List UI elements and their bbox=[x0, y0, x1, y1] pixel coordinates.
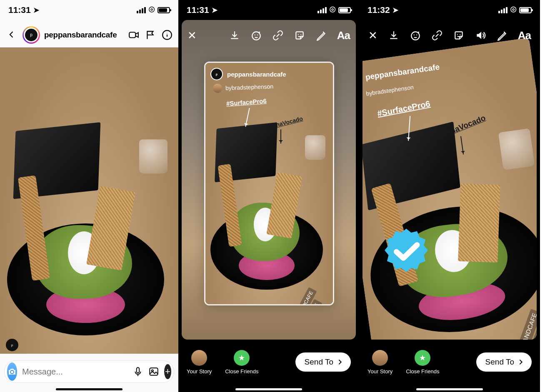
svg-point-14 bbox=[457, 34, 458, 35]
link-icon[interactable] bbox=[272, 30, 284, 41]
close-friends-button[interactable]: ★Close Friends bbox=[225, 350, 258, 375]
text-icon[interactable]: Aa bbox=[337, 29, 350, 42]
svg-point-15 bbox=[460, 34, 460, 35]
add-button[interactable]: + bbox=[164, 364, 171, 379]
info-icon[interactable] bbox=[161, 29, 173, 41]
message-input[interactable] bbox=[22, 367, 128, 377]
home-indicator[interactable] bbox=[416, 388, 483, 390]
svg-rect-0 bbox=[129, 32, 135, 37]
byline-avatar bbox=[213, 84, 222, 93]
message-composer: + bbox=[4, 360, 174, 383]
story-editor-card-screen: 11:31➤ ⦾ ppeppansbarandcafe bybradstephe… bbox=[178, 0, 359, 392]
your-story-button[interactable]: Your Story bbox=[187, 350, 212, 375]
sticker-icon[interactable] bbox=[453, 30, 465, 41]
svg-point-12 bbox=[413, 35, 414, 35]
tilted-story[interactable]: ppeppansbarandcafe bybradstephenson #Sur… bbox=[362, 37, 537, 340]
gallery-icon[interactable] bbox=[148, 366, 159, 377]
svg-rect-3 bbox=[137, 367, 140, 373]
profile-avatar[interactable]: p bbox=[22, 26, 40, 44]
byline-avatar bbox=[362, 89, 363, 100]
status-bar: 11:31➤ ⦾ bbox=[0, 2, 178, 18]
close-friends-icon: ★ bbox=[415, 350, 430, 366]
sticker-icon[interactable] bbox=[294, 30, 305, 41]
send-to-button[interactable]: Send To bbox=[295, 352, 351, 372]
svg-point-9 bbox=[298, 34, 298, 35]
card-avatar: p bbox=[210, 68, 223, 80]
your-story-avatar bbox=[372, 350, 388, 366]
svg-point-13 bbox=[416, 35, 417, 35]
sender-avatar[interactable]: p bbox=[6, 339, 18, 351]
battery-icon bbox=[519, 7, 532, 13]
close-button[interactable]: ✕ bbox=[188, 29, 197, 42]
editor-bottom-bar: Your Story ★Close Friends Send To bbox=[359, 345, 540, 380]
editor-toolbar: ✕ Aa bbox=[178, 25, 359, 46]
mic-icon[interactable] bbox=[132, 366, 143, 377]
svg-point-11 bbox=[411, 32, 420, 40]
close-button[interactable]: ✕ bbox=[368, 29, 378, 42]
send-to-button[interactable]: Send To bbox=[476, 352, 532, 372]
location-icon: ➤ bbox=[392, 6, 398, 15]
home-indicator[interactable] bbox=[235, 388, 302, 390]
story-canvas[interactable]: ppeppansbarandcafe bybradstephenson #Sur… bbox=[362, 20, 537, 340]
draw-icon[interactable] bbox=[496, 30, 508, 41]
status-bar: 11:32➤ ⦾ bbox=[359, 2, 540, 18]
wifi-icon: ⦾ bbox=[510, 6, 516, 14]
dm-username[interactable]: peppansbarandcafe bbox=[44, 30, 123, 40]
svg-rect-4 bbox=[150, 368, 158, 375]
flag-icon[interactable] bbox=[144, 29, 157, 41]
svg-point-7 bbox=[254, 35, 255, 35]
byline-text: bybradstephenson bbox=[225, 83, 274, 91]
svg-point-8 bbox=[257, 35, 258, 35]
dm-screen: 11:31➤ ⦾ p peppansbarandcafe Only you ca… bbox=[0, 0, 178, 392]
your-story-button[interactable]: Your Story bbox=[368, 350, 392, 375]
video-call-icon[interactable] bbox=[128, 29, 140, 41]
sound-icon[interactable] bbox=[475, 30, 486, 41]
face-filter-icon[interactable] bbox=[250, 30, 262, 41]
incoming-story-thumb[interactable] bbox=[12, 262, 58, 341]
save-icon[interactable] bbox=[229, 30, 240, 41]
face-filter-icon[interactable] bbox=[410, 30, 421, 41]
wifi-icon: ⦾ bbox=[330, 6, 335, 14]
incoming-mention-block: Mentioned you in their story Add This to… bbox=[6, 240, 172, 341]
signal-icon bbox=[498, 7, 508, 13]
battery-icon bbox=[338, 7, 351, 13]
svg-point-10 bbox=[300, 34, 301, 35]
location-icon: ➤ bbox=[212, 6, 218, 15]
editor-bottom-bar: Your Story ★Close Friends Send To bbox=[178, 345, 359, 380]
status-time: 11:32 bbox=[368, 5, 390, 15]
status-time: 11:31 bbox=[187, 5, 209, 15]
signal-icon bbox=[318, 7, 327, 13]
dm-header: p peppansbarandcafe bbox=[0, 22, 178, 47]
svg-point-6 bbox=[252, 32, 260, 40]
story-canvas[interactable]: ppeppansbarandcafe bybradstephenson #Sur… bbox=[182, 20, 356, 340]
close-friends-icon: ★ bbox=[234, 350, 250, 366]
camera-button[interactable] bbox=[7, 362, 17, 381]
reposted-story-card[interactable]: ppeppansbarandcafe bybradstephenson #Sur… bbox=[204, 62, 334, 305]
wifi-icon: ⦾ bbox=[149, 6, 155, 14]
status-icons: ⦾ bbox=[137, 6, 170, 14]
status-time: 11:31 bbox=[8, 5, 31, 15]
status-bar: 11:31➤ ⦾ bbox=[178, 2, 359, 18]
location-icon: ➤ bbox=[33, 6, 39, 15]
signal-icon bbox=[137, 7, 146, 13]
battery-icon bbox=[158, 7, 170, 13]
text-icon[interactable]: Aa bbox=[518, 29, 531, 42]
your-story-avatar bbox=[191, 350, 207, 366]
verified-sticker[interactable] bbox=[382, 227, 431, 276]
story-editor-full-screen: 11:32➤ ⦾ ppeppansbarandcafe bybradstephe… bbox=[359, 0, 540, 392]
editor-toolbar: ✕ Aa bbox=[359, 25, 540, 46]
link-icon[interactable] bbox=[431, 30, 443, 41]
close-friends-button[interactable]: ★Close Friends bbox=[406, 350, 439, 375]
save-icon[interactable] bbox=[388, 30, 400, 41]
card-username: peppansbarandcafe bbox=[227, 71, 286, 78]
dm-messages[interactable]: Only you can see this 11:23 am You menti… bbox=[0, 47, 178, 354]
draw-icon[interactable] bbox=[315, 30, 327, 41]
back-button[interactable] bbox=[5, 27, 18, 43]
home-indicator[interactable] bbox=[56, 388, 122, 390]
arrow-2 bbox=[280, 129, 281, 144]
